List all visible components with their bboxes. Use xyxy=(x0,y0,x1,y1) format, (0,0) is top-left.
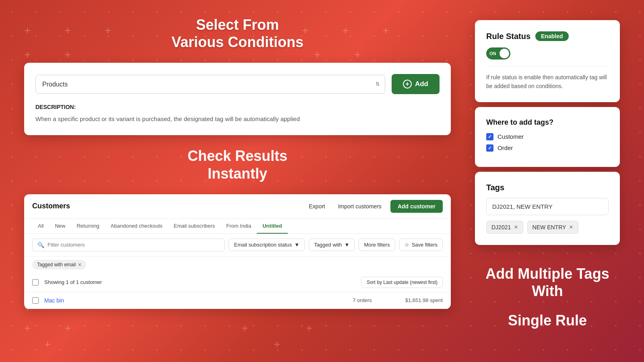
enabled-badge: Enabled xyxy=(535,31,568,41)
sort-button[interactable]: Sort by Last update (newest first) xyxy=(361,277,443,288)
tagged-with-filter-btn[interactable]: Tagged with ▼ xyxy=(309,239,355,251)
tab-from-india[interactable]: From India xyxy=(221,219,257,234)
title-line1: Select From xyxy=(24,16,451,33)
email-subscription-label: Email subscription status xyxy=(234,242,292,248)
active-filter-text: Tagged with email xyxy=(37,262,76,267)
select-row: Products Tags Location ⇅ + Add xyxy=(35,74,440,94)
rule-description: If rule status is enable then automatica… xyxy=(486,66,609,91)
check-results-line2: Instantly xyxy=(24,165,451,182)
tagged-with-arrow-icon: ▼ xyxy=(345,242,350,248)
description-label: DESCRIPTION: xyxy=(35,104,440,110)
tab-new[interactable]: New xyxy=(49,219,71,234)
tag-label-dj2021: DJ2021 xyxy=(491,224,511,230)
tag-chip-dj2021: DJ2021 × xyxy=(486,221,523,234)
more-filters-btn[interactable]: More filters xyxy=(359,239,395,251)
save-filters-btn[interactable]: ☆ Save filters xyxy=(399,239,443,251)
table-header-row: Showing 1 of 1 customer Sort by Last upd… xyxy=(24,273,451,292)
more-filters-label: More filters xyxy=(364,242,390,248)
main-container: Select From Various Conditions Products … xyxy=(0,0,644,362)
check-results-line1: Check Results xyxy=(24,147,451,165)
add-plus-icon: + xyxy=(403,80,412,88)
remove-filter-icon[interactable]: × xyxy=(78,261,81,268)
active-filter-tag: Tagged with email × xyxy=(32,260,86,269)
toggle-row: ON xyxy=(486,47,609,60)
add-multiple-title-block: Add Multiple Tags With Single Rule xyxy=(475,253,620,329)
description-block: DESCRIPTION: When a specific product or … xyxy=(35,104,440,124)
add-button[interactable]: + Add xyxy=(392,74,440,94)
condition-select[interactable]: Products Tags Location xyxy=(35,75,385,94)
add-button-label: Add xyxy=(415,80,428,88)
customers-card: Customers Export Import customers Add cu… xyxy=(24,194,451,309)
tab-returning[interactable]: Returning xyxy=(71,219,105,234)
add-multiple-line1: Add Multiple Tags With xyxy=(475,265,620,300)
tags-section-title: Tags xyxy=(486,183,609,192)
import-button[interactable]: Import customers xyxy=(334,201,386,212)
table-row: Mac bin 7 orders $1,651.98 spent xyxy=(24,292,451,309)
export-button[interactable]: Export xyxy=(305,201,329,212)
save-filters-label: Save filters xyxy=(412,242,438,248)
check-results-title-block: Check Results Instantly xyxy=(24,147,451,182)
order-label: Order xyxy=(497,144,513,151)
customer-count: Showing 1 of 1 customer xyxy=(44,279,361,285)
add-multiple-line2: Single Rule xyxy=(475,312,620,329)
toggle-on-label: ON xyxy=(489,51,496,56)
remove-tag-dj2021[interactable]: × xyxy=(514,224,518,231)
tag-chip-new-entry: NEW ENTRY × xyxy=(527,221,578,234)
email-subscription-arrow-icon: ▼ xyxy=(294,242,299,248)
tab-untitled[interactable]: Untitled xyxy=(257,219,287,234)
tabs-row: All New Returning Abandoned checkouts Em… xyxy=(24,219,451,234)
section-title-1: Select From Various Conditions xyxy=(24,16,451,51)
search-input[interactable] xyxy=(47,242,219,248)
customer-name[interactable]: Mac bin xyxy=(44,297,338,304)
customer-checkbox-row: Customer xyxy=(486,133,609,140)
tab-email-subscribers[interactable]: Email subscribers xyxy=(168,219,221,234)
row-checkbox[interactable] xyxy=(32,297,39,304)
customer-label: Customer xyxy=(497,133,524,140)
tags-input[interactable] xyxy=(486,198,609,215)
select-all-checkbox[interactable] xyxy=(32,279,39,286)
rule-status-card: Rule Status Enabled ON If rule status is… xyxy=(475,20,620,102)
add-customer-button[interactable]: Add customer xyxy=(390,200,443,213)
where-tags-card: Where to add tags? Customer Order xyxy=(475,107,620,167)
star-icon: ☆ xyxy=(405,242,409,248)
active-filters: Tagged with email × xyxy=(24,257,451,273)
where-tags-title: Where to add tags? xyxy=(486,118,609,127)
rule-status-header: Rule Status Enabled xyxy=(486,31,609,41)
email-subscription-filter-btn[interactable]: Email subscription status ▼ xyxy=(229,239,305,251)
condition-card: Products Tags Location ⇅ + Add DESCRIPTI… xyxy=(24,63,451,135)
toggle-knob xyxy=(500,49,509,58)
customers-header: Customers Export Import customers Add cu… xyxy=(24,194,451,219)
search-box: 🔍 xyxy=(32,239,225,251)
title-line2: Various Conditions xyxy=(24,33,451,51)
customers-title: Customers xyxy=(32,202,70,210)
tagged-with-label: Tagged with xyxy=(314,242,342,248)
header-actions: Export Import customers Add customer xyxy=(305,200,443,213)
tags-card: Tags DJ2021 × NEW ENTRY × xyxy=(475,172,620,245)
rule-status-label: Rule Status xyxy=(486,32,530,41)
search-icon: 🔍 xyxy=(37,242,44,248)
description-text: When a specific product or its variant i… xyxy=(35,114,440,124)
customer-orders: 7 orders xyxy=(338,297,386,303)
remove-tag-new-entry[interactable]: × xyxy=(569,224,573,231)
customer-checkbox[interactable] xyxy=(486,133,493,140)
right-panel: Rule Status Enabled ON If rule status is… xyxy=(475,20,620,329)
order-checkbox-row: Order xyxy=(486,144,609,152)
condition-select-wrapper: Products Tags Location ⇅ xyxy=(35,75,385,94)
tags-chips: DJ2021 × NEW ENTRY × xyxy=(486,221,609,234)
rule-status-toggle[interactable]: ON xyxy=(486,47,510,60)
tag-label-new-entry: NEW ENTRY xyxy=(533,224,566,230)
tab-abandoned[interactable]: Abandoned checkouts xyxy=(105,219,168,234)
customer-spent: $1,651.98 spent xyxy=(386,297,443,303)
filter-row: 🔍 Email subscription status ▼ Tagged wit… xyxy=(24,234,451,257)
tab-all[interactable]: All xyxy=(32,219,49,234)
left-section: Select From Various Conditions Products … xyxy=(24,16,451,309)
order-checkbox[interactable] xyxy=(486,144,493,152)
